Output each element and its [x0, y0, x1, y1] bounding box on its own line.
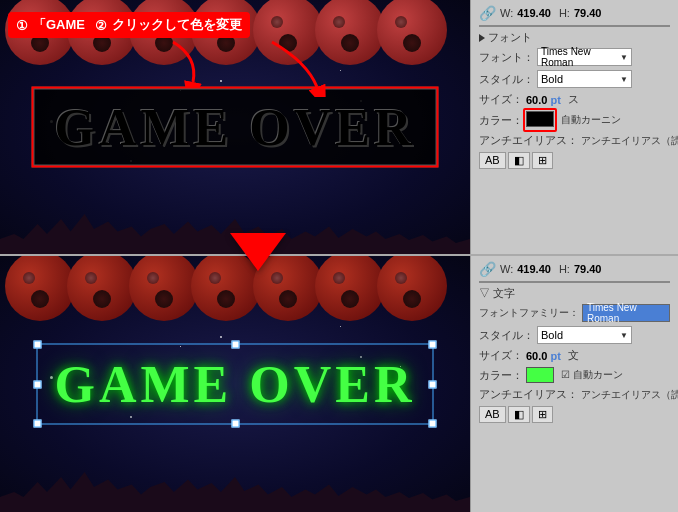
width-value-top: 419.40: [517, 7, 551, 19]
ab-buttons-bottom: AB ◧ ⊞: [479, 406, 670, 423]
dimensions-row-bottom: 🔗 W: 419.40 H: 79.40: [479, 261, 670, 277]
font-family-label-bottom: フォントファミリー：: [479, 306, 579, 320]
size-row-bottom: サイズ： 60.0 pt 文: [479, 348, 670, 363]
color-label-bottom: カラー：: [479, 368, 523, 383]
callout-right: ② クリックして色を変更: [87, 12, 250, 38]
dropdown-arrow-top: ▼: [620, 53, 628, 62]
between-arrow: [230, 233, 286, 271]
ab-btn-top[interactable]: AB: [479, 152, 506, 169]
divider-top: [479, 25, 670, 27]
antialias-row-bottom: アンチエイリアス： アンチエイリアス（読み: [479, 387, 670, 402]
font-family-value-top: Times New Roman: [541, 46, 620, 68]
color-row-bottom: カラー： ☑ 自動カーン: [479, 367, 670, 383]
callout-num-2: ②: [95, 18, 107, 33]
top-half: GAME OVER ① 「GAME OVER」をクリック: [0, 0, 678, 256]
size-value-top: 60.0: [526, 94, 547, 106]
color-label-top: カラー：: [479, 113, 523, 128]
antialias-label-bottom: アンチエイリアス：: [479, 387, 578, 402]
ball-b1: [5, 256, 75, 321]
right-panel-top: 🔗 W: 419.40 H: 79.40 フォント フォント： Times Ne…: [470, 0, 678, 254]
ab-buttons-top: AB ◧ ⊞: [479, 152, 670, 169]
color-row-top: カラー： 自動カーニン: [479, 111, 670, 129]
height-label-bottom: H:: [559, 263, 570, 275]
width-label-bottom: W:: [500, 263, 513, 275]
ball-b7: [377, 256, 447, 321]
ball: [377, 0, 447, 65]
style-select-bottom[interactable]: Bold ▼: [537, 326, 632, 344]
antialias-value-bottom: アンチエイリアス（読み: [581, 388, 678, 402]
font-family-label-top: フォント：: [479, 50, 534, 65]
section-label-bottom: ▽ 文字: [479, 286, 670, 301]
style-row-bottom: スタイル： Bold ▼: [479, 326, 670, 344]
size-extra: ス: [568, 92, 579, 107]
game-over-box-bottom[interactable]: GAME OVER: [40, 347, 431, 422]
callout-box-right: ② クリックして色を変更: [87, 12, 250, 38]
auto-kern-bottom: ☑ 自動カーン: [561, 368, 623, 382]
antialias-label-top: アンチエイリアス：: [479, 133, 578, 148]
style-row-top: スタイル： Bold ▼: [479, 70, 670, 88]
section-label-top: フォント: [488, 30, 532, 45]
section-text-bottom: ▽ 文字: [479, 286, 515, 301]
font-family-value-bottom: Times New Roman: [587, 302, 665, 324]
height-label-top: H:: [559, 7, 570, 19]
antialias-row-top: アンチエイリアス： アンチエイリアス（読み: [479, 133, 670, 148]
height-value-top: 79.40: [574, 7, 602, 19]
game-over-text-bottom: GAME OVER: [55, 356, 416, 413]
dropdown-arrow-style-top: ▼: [620, 75, 628, 84]
size-row-top: サイズ： 60.0 pt ス: [479, 92, 670, 107]
size-label-top: サイズ：: [479, 92, 523, 107]
bottom-half: GAME OVER 🔗: [0, 256, 678, 512]
red-down-arrow: [230, 233, 286, 271]
style-value-top: Bold: [541, 73, 563, 85]
font-section-label-top: フォント: [479, 30, 670, 45]
link-icon-bottom: 🔗: [479, 261, 496, 277]
arrow-svg-2: [267, 37, 327, 97]
ab-btn3-top[interactable]: ⊞: [532, 152, 553, 169]
triangle-icon-top: [479, 34, 485, 42]
style-select-top[interactable]: Bold ▼: [537, 70, 632, 88]
font-family-input-bottom[interactable]: Times New Roman: [582, 304, 670, 322]
ab-btn3-bottom[interactable]: ⊞: [532, 406, 553, 423]
size-label-bottom: サイズ：: [479, 348, 523, 363]
ball-b6: [315, 256, 385, 321]
font-family-select-top[interactable]: Times New Roman ▼: [537, 48, 632, 66]
game-over-box-top[interactable]: GAME OVER: [32, 87, 439, 168]
game-over-text-top: GAME OVER: [55, 99, 416, 156]
callout-num-1: ①: [16, 18, 28, 33]
callout-text-2: クリックして色を変更: [112, 16, 242, 34]
color-indicator-top: [523, 108, 557, 132]
divider-bottom: [479, 281, 670, 283]
right-panel-bottom: 🔗 W: 419.40 H: 79.40 ▽ 文字 フォントファミリー： Tim…: [470, 256, 678, 512]
width-value-bottom: 419.40: [517, 263, 551, 275]
width-label-top: W:: [500, 7, 513, 19]
arrow-svg-1: [168, 37, 218, 87]
ball-b2: [67, 256, 137, 321]
canvas-bottom: GAME OVER: [0, 256, 470, 512]
auto-kern-top: 自動カーニン: [561, 113, 621, 127]
game-over-container-bottom[interactable]: GAME OVER: [40, 347, 431, 422]
size-unit-top: pt: [550, 94, 560, 106]
dropdown-arrow-style-bottom: ▼: [620, 331, 628, 340]
style-value-bottom: Bold: [541, 329, 563, 341]
dimensions-row-top: 🔗 W: 419.40 H: 79.40: [479, 5, 670, 21]
ball-b3: [129, 256, 199, 321]
color-swatch-bottom[interactable]: [526, 367, 554, 383]
size-extra-bottom: 文: [568, 348, 579, 363]
link-icon-top: 🔗: [479, 5, 496, 21]
height-value-bottom: 79.40: [574, 263, 602, 275]
size-unit-bottom: pt: [550, 350, 560, 362]
ab-btn2-top[interactable]: ◧: [508, 152, 530, 169]
color-swatch-container-top[interactable]: [526, 111, 554, 129]
font-family-row-bottom: フォントファミリー： Times New Roman: [479, 304, 670, 322]
canvas-top: GAME OVER ① 「GAME OVER」をクリック: [0, 0, 470, 254]
main-container: GAME OVER ① 「GAME OVER」をクリック: [0, 0, 678, 512]
size-value-bottom: 60.0: [526, 350, 547, 362]
antialias-value-top: アンチエイリアス（読み: [581, 134, 678, 148]
style-label-bottom: スタイル：: [479, 328, 534, 343]
ab-btn-bottom[interactable]: AB: [479, 406, 506, 423]
ab-btn2-bottom[interactable]: ◧: [508, 406, 530, 423]
style-label-top: スタイル：: [479, 72, 534, 87]
game-over-container-top[interactable]: GAME OVER: [32, 87, 439, 168]
font-family-row-top: フォント： Times New Roman ▼: [479, 48, 670, 66]
